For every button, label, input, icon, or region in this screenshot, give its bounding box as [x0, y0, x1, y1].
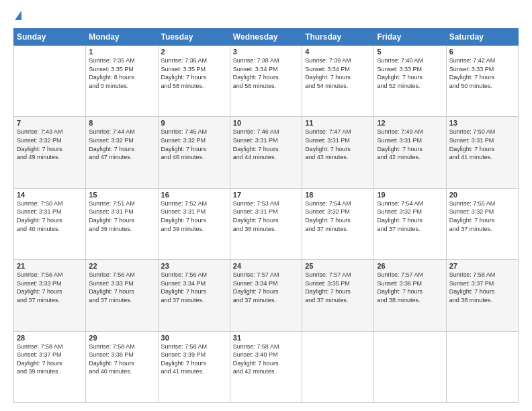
day-number: 19	[377, 191, 443, 199]
calendar-cell: 2Sunrise: 7:36 AM Sunset: 3:35 PM Daylig…	[158, 46, 230, 117]
week-row-4: 28Sunrise: 7:58 AM Sunset: 3:37 PM Dayli…	[14, 331, 519, 402]
day-number: 24	[233, 262, 299, 270]
week-row-1: 7Sunrise: 7:43 AM Sunset: 3:32 PM Daylig…	[14, 117, 519, 188]
calendar-cell: 4Sunrise: 7:39 AM Sunset: 3:34 PM Daylig…	[302, 46, 374, 117]
calendar-cell: 20Sunrise: 7:55 AM Sunset: 3:32 PM Dayli…	[446, 188, 518, 259]
day-number: 4	[305, 48, 371, 56]
day-number: 10	[233, 119, 299, 127]
calendar-cell: 11Sunrise: 7:47 AM Sunset: 3:31 PM Dayli…	[302, 117, 374, 188]
calendar-cell: 15Sunrise: 7:51 AM Sunset: 3:31 PM Dayli…	[86, 188, 158, 259]
day-info: Sunrise: 7:54 AM Sunset: 3:32 PM Dayligh…	[377, 199, 443, 233]
week-row-2: 14Sunrise: 7:50 AM Sunset: 3:31 PM Dayli…	[14, 188, 519, 259]
day-info: Sunrise: 7:58 AM Sunset: 3:37 PM Dayligh…	[449, 271, 515, 304]
day-number: 11	[305, 119, 371, 127]
day-number: 17	[233, 191, 299, 199]
day-info: Sunrise: 7:36 AM Sunset: 3:35 PM Dayligh…	[161, 56, 227, 90]
calendar-cell	[302, 331, 374, 402]
day-number: 8	[89, 119, 154, 127]
day-number: 23	[161, 262, 227, 270]
calendar-cell: 8Sunrise: 7:44 AM Sunset: 3:32 PM Daylig…	[86, 117, 158, 188]
calendar-cell: 12Sunrise: 7:49 AM Sunset: 3:31 PM Dayli…	[374, 117, 446, 188]
weekday-header-friday: Friday	[374, 29, 446, 46]
day-info: Sunrise: 7:56 AM Sunset: 3:33 PM Dayligh…	[89, 271, 154, 304]
week-row-3: 21Sunrise: 7:56 AM Sunset: 3:33 PM Dayli…	[14, 260, 519, 331]
calendar-cell: 7Sunrise: 7:43 AM Sunset: 3:32 PM Daylig…	[14, 117, 86, 188]
calendar-cell: 24Sunrise: 7:57 AM Sunset: 3:34 PM Dayli…	[230, 260, 302, 331]
calendar-cell: 9Sunrise: 7:45 AM Sunset: 3:32 PM Daylig…	[158, 117, 230, 188]
day-number: 20	[449, 191, 515, 199]
day-number: 13	[449, 119, 515, 127]
day-number: 12	[377, 119, 443, 127]
day-number: 31	[233, 334, 299, 342]
day-number: 16	[161, 191, 227, 199]
day-number: 9	[161, 119, 227, 127]
day-number: 14	[17, 191, 83, 199]
calendar-cell: 27Sunrise: 7:58 AM Sunset: 3:37 PM Dayli…	[446, 260, 518, 331]
day-number: 3	[233, 48, 299, 56]
weekday-header-saturday: Saturday	[446, 29, 518, 46]
calendar-cell: 18Sunrise: 7:54 AM Sunset: 3:32 PM Dayli…	[302, 188, 374, 259]
day-info: Sunrise: 7:58 AM Sunset: 3:38 PM Dayligh…	[89, 342, 154, 376]
day-info: Sunrise: 7:43 AM Sunset: 3:32 PM Dayligh…	[17, 128, 83, 161]
calendar-cell: 14Sunrise: 7:50 AM Sunset: 3:31 PM Dayli…	[14, 188, 86, 259]
calendar-cell: 22Sunrise: 7:56 AM Sunset: 3:33 PM Dayli…	[86, 260, 158, 331]
day-info: Sunrise: 7:55 AM Sunset: 3:32 PM Dayligh…	[449, 199, 515, 233]
day-number: 5	[377, 48, 443, 56]
day-info: Sunrise: 7:52 AM Sunset: 3:31 PM Dayligh…	[161, 199, 227, 233]
logo	[13, 11, 21, 21]
day-number: 26	[377, 262, 443, 270]
day-info: Sunrise: 7:40 AM Sunset: 3:33 PM Dayligh…	[377, 56, 443, 90]
calendar-cell: 28Sunrise: 7:58 AM Sunset: 3:37 PM Dayli…	[14, 331, 86, 402]
weekday-header-wednesday: Wednesday	[230, 29, 302, 46]
day-number: 2	[161, 48, 227, 56]
calendar-cell: 13Sunrise: 7:50 AM Sunset: 3:31 PM Dayli…	[446, 117, 518, 188]
calendar-cell: 26Sunrise: 7:57 AM Sunset: 3:36 PM Dayli…	[374, 260, 446, 331]
day-number: 28	[17, 334, 83, 342]
calendar-table: SundayMondayTuesdayWednesdayThursdayFrid…	[13, 28, 519, 403]
day-number: 18	[305, 191, 371, 199]
day-info: Sunrise: 7:56 AM Sunset: 3:33 PM Dayligh…	[17, 271, 83, 304]
weekday-header-sunday: Sunday	[14, 29, 86, 46]
weekday-header-monday: Monday	[86, 29, 158, 46]
day-number: 6	[449, 48, 515, 56]
day-info: Sunrise: 7:53 AM Sunset: 3:31 PM Dayligh…	[233, 199, 299, 233]
day-info: Sunrise: 7:39 AM Sunset: 3:34 PM Dayligh…	[305, 56, 371, 90]
weekday-header-row: SundayMondayTuesdayWednesdayThursdayFrid…	[14, 29, 519, 46]
calendar-cell: 5Sunrise: 7:40 AM Sunset: 3:33 PM Daylig…	[374, 46, 446, 117]
day-info: Sunrise: 7:50 AM Sunset: 3:31 PM Dayligh…	[17, 199, 83, 233]
calendar-cell: 21Sunrise: 7:56 AM Sunset: 3:33 PM Dayli…	[14, 260, 86, 331]
calendar-cell: 31Sunrise: 7:58 AM Sunset: 3:40 PM Dayli…	[230, 331, 302, 402]
day-info: Sunrise: 7:42 AM Sunset: 3:33 PM Dayligh…	[449, 56, 515, 90]
day-info: Sunrise: 7:54 AM Sunset: 3:32 PM Dayligh…	[305, 199, 371, 233]
day-info: Sunrise: 7:49 AM Sunset: 3:31 PM Dayligh…	[377, 128, 443, 161]
weekday-header-thursday: Thursday	[302, 29, 374, 46]
day-number: 29	[89, 334, 154, 342]
day-info: Sunrise: 7:57 AM Sunset: 3:36 PM Dayligh…	[377, 271, 443, 304]
weekday-header-tuesday: Tuesday	[158, 29, 230, 46]
calendar-cell: 6Sunrise: 7:42 AM Sunset: 3:33 PM Daylig…	[446, 46, 518, 117]
day-number: 7	[17, 119, 83, 127]
header	[13, 11, 519, 21]
calendar-cell: 19Sunrise: 7:54 AM Sunset: 3:32 PM Dayli…	[374, 188, 446, 259]
day-info: Sunrise: 7:44 AM Sunset: 3:32 PM Dayligh…	[89, 128, 154, 161]
day-info: Sunrise: 7:58 AM Sunset: 3:39 PM Dayligh…	[161, 342, 227, 376]
day-info: Sunrise: 7:45 AM Sunset: 3:32 PM Dayligh…	[161, 128, 227, 161]
page: SundayMondayTuesdayWednesdayThursdayFrid…	[0, 0, 532, 411]
calendar-cell: 3Sunrise: 7:38 AM Sunset: 3:34 PM Daylig…	[230, 46, 302, 117]
day-info: Sunrise: 7:47 AM Sunset: 3:31 PM Dayligh…	[305, 128, 371, 161]
day-info: Sunrise: 7:46 AM Sunset: 3:31 PM Dayligh…	[233, 128, 299, 161]
week-row-0: 1Sunrise: 7:35 AM Sunset: 3:35 PM Daylig…	[14, 46, 519, 117]
day-number: 30	[161, 334, 227, 342]
calendar-cell: 23Sunrise: 7:56 AM Sunset: 3:34 PM Dayli…	[158, 260, 230, 331]
calendar-cell	[14, 46, 86, 117]
day-info: Sunrise: 7:56 AM Sunset: 3:34 PM Dayligh…	[161, 271, 227, 304]
day-number: 22	[89, 262, 154, 270]
day-info: Sunrise: 7:35 AM Sunset: 3:35 PM Dayligh…	[89, 56, 154, 90]
calendar-cell: 16Sunrise: 7:52 AM Sunset: 3:31 PM Dayli…	[158, 188, 230, 259]
calendar-cell: 29Sunrise: 7:58 AM Sunset: 3:38 PM Dayli…	[86, 331, 158, 402]
day-info: Sunrise: 7:38 AM Sunset: 3:34 PM Dayligh…	[233, 56, 299, 90]
day-info: Sunrise: 7:57 AM Sunset: 3:34 PM Dayligh…	[233, 271, 299, 304]
day-info: Sunrise: 7:58 AM Sunset: 3:40 PM Dayligh…	[233, 342, 299, 376]
day-number: 25	[305, 262, 371, 270]
day-info: Sunrise: 7:50 AM Sunset: 3:31 PM Dayligh…	[449, 128, 515, 161]
